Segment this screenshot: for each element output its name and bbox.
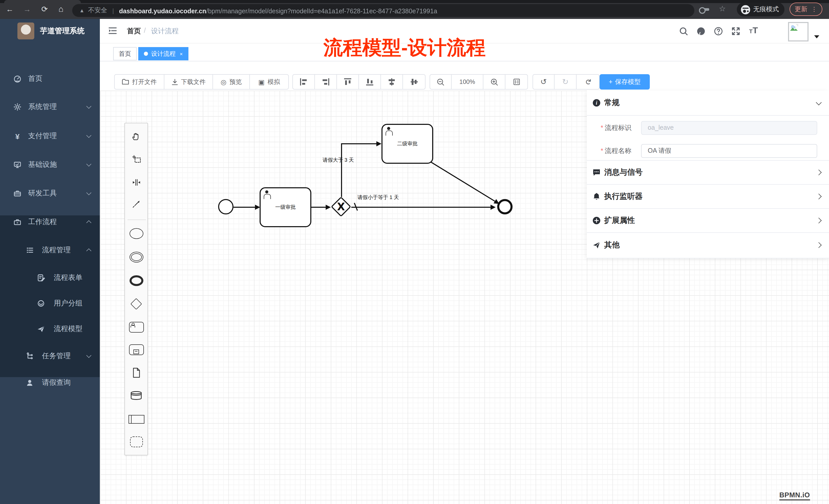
fullscreen-icon[interactable] (731, 27, 741, 36)
font-size-icon[interactable]: TT (749, 26, 758, 36)
zoom-in-button[interactable] (483, 75, 505, 89)
sidebar-item-system[interactable]: 系统管理 (0, 92, 100, 121)
home-icon[interactable]: ⌂ (55, 5, 67, 14)
back-icon[interactable]: ← (4, 5, 15, 13)
end-event-node[interactable] (497, 199, 512, 215)
browser-chrome: ← → ⟳ ⌂ ▲ 不安全 | dashboard.yudao.iocoder.… (0, 0, 829, 19)
sidebar-item-payment[interactable]: ¥ 支付管理 (0, 122, 100, 150)
zoom-out-button[interactable] (430, 75, 452, 89)
password-key-icon[interactable] (702, 8, 709, 11)
create-call-activity[interactable] (128, 341, 145, 358)
sidebar-item-home[interactable]: 首页 (0, 65, 100, 92)
align-top-button[interactable] (337, 75, 359, 89)
sidebar-item-leave-query[interactable]: 请假查询 (0, 370, 100, 395)
global-connect-tool[interactable] (128, 195, 145, 213)
restart-button[interactable]: ↻ (577, 75, 599, 89)
create-intermediate-event[interactable] (128, 248, 145, 266)
sidebar-item-process-model[interactable]: 流程模型 (0, 316, 100, 342)
sidebar-item-workflow[interactable]: 工作流程 (0, 208, 100, 236)
browser-menu-icon[interactable]: ⋮ (811, 6, 817, 13)
create-data-store[interactable] (128, 387, 145, 404)
security-label[interactable]: 不安全 (88, 6, 107, 15)
undo-button[interactable]: ↺ (533, 75, 554, 89)
search-icon[interactable] (679, 27, 688, 36)
sequence-flow-default[interactable] (351, 206, 492, 207)
tab-design-process[interactable]: 设计流程 × (138, 47, 188, 61)
breadcrumb-home[interactable]: 首页 (127, 27, 141, 36)
create-end-event[interactable] (128, 272, 145, 289)
flow-condition-label[interactable]: 请假大于 3 天 (323, 157, 354, 164)
lasso-tool[interactable] (128, 150, 145, 168)
monitor-icon (13, 160, 22, 168)
sidebar-collapse-icon[interactable] (109, 27, 117, 34)
sidebar-item-process-form[interactable]: 流程表单 (0, 265, 100, 290)
create-start-event[interactable] (128, 225, 145, 242)
user-task-level1[interactable]: 一级审批 (260, 187, 311, 227)
space-tool[interactable] (128, 173, 145, 191)
open-file-button[interactable]: 打开文件 (115, 75, 165, 89)
panel-section-other[interactable]: 其他 (587, 232, 829, 258)
create-data-object[interactable] (128, 364, 145, 381)
undo-icon: ↺ (540, 77, 547, 86)
panel-section-general[interactable]: i 常规 (587, 90, 829, 115)
forward-icon[interactable]: → (22, 5, 33, 13)
zoom-fit-button[interactable] (505, 75, 528, 89)
update-label: 更新 (795, 5, 807, 13)
breadcrumb-current: 设计流程 (151, 27, 179, 36)
align-right-button[interactable] (315, 75, 337, 89)
panel-section-message-signal[interactable]: 消息与信号 (587, 160, 829, 184)
sequence-flow[interactable] (233, 206, 256, 207)
user-task-level2[interactable]: 二级审批 (382, 124, 433, 164)
create-group[interactable] (128, 433, 145, 450)
zoom-level-display[interactable]: 100% (452, 75, 483, 89)
hand-tool[interactable] (128, 127, 145, 145)
sequence-flow[interactable] (311, 206, 327, 207)
avatar-caret-icon[interactable] (814, 35, 819, 41)
user-task-icon (385, 127, 393, 135)
align-center-vertical-button[interactable] (403, 75, 425, 89)
create-participant[interactable] (128, 411, 145, 428)
github-icon[interactable] (696, 27, 706, 36)
sequence-flow[interactable] (341, 144, 342, 197)
tab-home[interactable]: 首页 (113, 47, 137, 61)
sidebar-item-task-mgmt[interactable]: 任务管理 (0, 343, 100, 369)
url-bar[interactable]: ▲ 不安全 | dashboard.yudao.iocoder.cn/bpm/m… (72, 4, 694, 17)
tab-close-icon[interactable]: × (180, 51, 183, 56)
browser-update-button[interactable]: 更新 ⋮ (790, 3, 822, 16)
avatar[interactable] (788, 22, 808, 41)
paper-plane-icon (37, 325, 45, 333)
process-name-input[interactable] (641, 144, 817, 158)
sidebar-item-label: 请假查询 (42, 378, 71, 387)
simulate-button[interactable]: ▣ 模拟 (250, 75, 288, 89)
align-center-horizontal-button[interactable] (381, 75, 403, 89)
preview-button[interactable]: ◎ 预览 (213, 75, 250, 89)
create-gateway[interactable] (128, 295, 145, 313)
security-warning-icon[interactable]: ▲ (79, 8, 84, 13)
url-separator: | (111, 7, 115, 14)
panel-section-extended-attrs[interactable]: 扩展属性 (587, 208, 829, 232)
button-label: 下载文件 (181, 78, 206, 86)
section-title: 执行监听器 (604, 191, 643, 201)
sidebar-logo-row[interactable]: 芋道管理系统 (0, 19, 100, 43)
browser-tab[interactable] (4, 0, 81, 3)
start-event-node[interactable] (218, 199, 233, 215)
panel-section-execution-listener[interactable]: 执行监听器 (587, 184, 829, 208)
sidebar-item-infra[interactable]: 基础设施 (0, 150, 100, 179)
create-user-task[interactable] (128, 318, 145, 336)
align-bottom-button[interactable] (359, 75, 381, 89)
bpmn-io-watermark[interactable]: BPMN.iO (779, 491, 810, 500)
bookmark-star-icon[interactable]: ☆ (719, 4, 726, 13)
sidebar-item-user-group[interactable]: 用户分组 (0, 290, 100, 316)
sequence-flow[interactable] (341, 143, 377, 144)
download-file-button[interactable]: 下载文件 (165, 75, 213, 89)
process-key-input[interactable] (641, 121, 817, 134)
sidebar-item-process-mgmt[interactable]: 流程管理 (0, 237, 100, 263)
save-model-button[interactable]: + 保存模型 (600, 74, 650, 89)
sidebar-item-devtools[interactable]: 研发工具 (0, 179, 100, 207)
flow-condition-label[interactable]: 请假小于等于 1 天 (357, 194, 399, 201)
reload-icon[interactable]: ⟳ (39, 5, 50, 14)
redo-button[interactable]: ↻ (554, 75, 577, 89)
align-left-button[interactable] (293, 75, 315, 89)
chevron-down-icon (816, 100, 822, 105)
help-icon[interactable] (714, 27, 723, 36)
